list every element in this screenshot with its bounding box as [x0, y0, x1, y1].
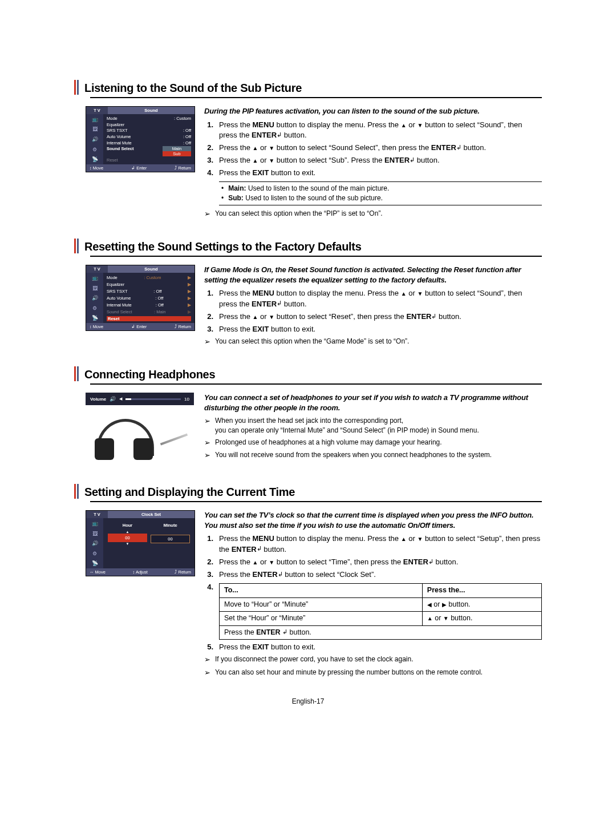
intro: During the PIP features activation, you …	[204, 106, 542, 116]
section-title: Listening to the Sound of the Sub Pictur…	[84, 80, 302, 95]
up-icon	[401, 120, 407, 129]
tv-menu-clock-set: T VClock Set 📺🖼🔊⚙📡 Hour▲00▼ Minute00 ↔ M…	[86, 510, 195, 576]
menu-icons: 📺🖼🔊⚙📡	[86, 114, 103, 164]
headphones-illustration	[86, 413, 194, 465]
section-headphones: Connecting Headphones Volume 🔊 ◀ 10 You …	[74, 366, 542, 465]
intro: If Game Mode is On, the Reset Sound func…	[204, 265, 542, 285]
volume-bar: Volume 🔊 ◀ 10	[86, 393, 194, 405]
to-press-table: To...Press the... Move to “Hour” or “Min…	[219, 583, 542, 640]
intro: You can set the TV’s clock so that the c…	[204, 510, 542, 530]
right-col: During the PIP features activation, you …	[204, 106, 542, 219]
page: Listening to the Sound of the Sub Pictur…	[0, 0, 616, 740]
enter-icon: ↲	[410, 156, 415, 164]
tv-label: T V	[86, 107, 108, 114]
note: You can select this option when the “PIP…	[204, 209, 542, 219]
up-icon	[253, 143, 258, 152]
section-sub-picture-sound: Listening to the Sound of the Sub Pictur…	[74, 80, 542, 219]
section-title: Resetting the Sound Settings to the Fact…	[84, 239, 362, 253]
section-title: Connecting Headphones	[84, 366, 215, 381]
tv-menu-sound-sub: T VSound 📺🖼🔊⚙📡 Mode: Custom Equalizer SR…	[86, 106, 195, 172]
steps: 1.Press the MENU button to display the m…	[204, 120, 542, 179]
title-bars-icon	[74, 484, 79, 499]
page-footer: English-17	[74, 697, 542, 705]
section-reset-sound: Resetting the Sound Settings to the Fact…	[74, 239, 542, 347]
down-icon	[417, 120, 423, 129]
up-icon	[253, 156, 258, 164]
title-bars-icon	[74, 80, 79, 95]
menu-title: Sound	[108, 107, 194, 114]
tv-menu-sound-reset: T VSound 📺🖼🔊⚙📡 Mode: Custom▶ Equalizer▶ …	[86, 265, 195, 331]
menu-list: Mode: Custom Equalizer SRS TSXT: Off Aut…	[103, 114, 194, 164]
speaker-icon: 🔊	[110, 396, 116, 402]
title-bars-icon	[74, 239, 79, 253]
title-bars-icon	[74, 366, 79, 381]
title-underline-icon	[90, 97, 542, 98]
intro: You can connect a set of headphones to y…	[204, 393, 542, 413]
section-title-row: Listening to the Sound of the Sub Pictur…	[74, 80, 542, 95]
left-col: T VSound 📺🖼🔊⚙📡 Mode: Custom Equalizer SR…	[86, 106, 194, 219]
section-clock: Setting and Displaying the Current Time …	[74, 484, 542, 677]
down-icon	[269, 156, 274, 164]
enter-icon: ↲	[456, 143, 461, 152]
down-icon	[269, 143, 274, 152]
note-block: Main: Used to listen to the sound of the…	[219, 181, 542, 205]
content-row: T VSound 📺🖼🔊⚙📡 Mode: Custom Equalizer SR…	[74, 106, 542, 219]
section-title: Setting and Displaying the Current Time	[84, 484, 295, 499]
pointer-icon	[204, 209, 210, 219]
enter-icon: ↲	[277, 131, 282, 139]
